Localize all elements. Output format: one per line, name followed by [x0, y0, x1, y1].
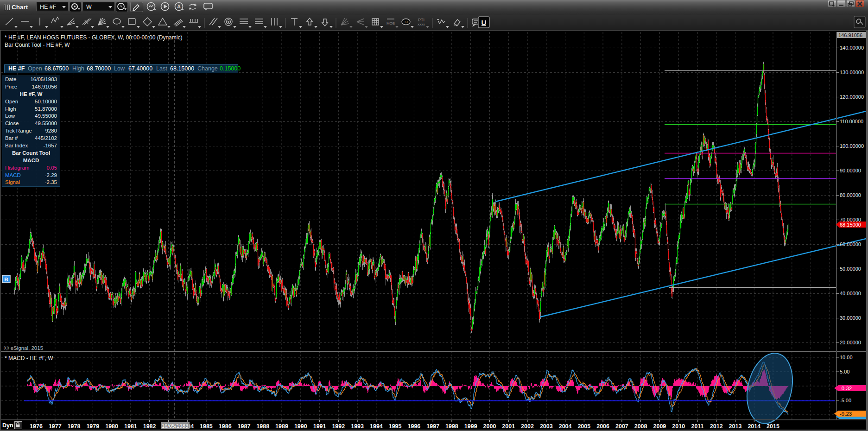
svg-text:2004: 2004	[559, 423, 572, 430]
svg-text:2013: 2013	[729, 423, 742, 430]
svg-text:1986: 1986	[219, 423, 232, 430]
svg-text:130.00000: 130.00000	[840, 70, 864, 75]
svg-text:2005: 2005	[577, 423, 590, 430]
svg-text:100.00000: 100.00000	[840, 143, 864, 149]
svg-text:60.00000: 60.00000	[840, 241, 861, 247]
svg-text:1982: 1982	[143, 423, 156, 430]
svg-text:2008: 2008	[634, 423, 647, 430]
svg-text:xxxx: xxxx	[418, 22, 425, 26]
svg-text:10.00: 10.00	[840, 355, 853, 360]
svg-text:1988: 1988	[256, 423, 269, 430]
svg-text:110.00000: 110.00000	[840, 119, 863, 124]
svg-text:1978: 1978	[68, 423, 81, 430]
svg-text:PTI: PTI	[418, 18, 424, 22]
svg-text:1985: 1985	[200, 423, 213, 430]
svg-text:120.00000: 120.00000	[840, 94, 864, 100]
svg-text:1989: 1989	[275, 423, 288, 430]
svg-text:1976: 1976	[30, 423, 43, 430]
svg-text:1996: 1996	[407, 423, 420, 430]
svg-text:1991: 1991	[313, 423, 326, 430]
svg-text:140.00000: 140.00000	[840, 45, 864, 51]
svg-text:B: B	[4, 277, 8, 282]
svg-text:1977: 1977	[49, 423, 62, 430]
svg-text:2014: 2014	[748, 423, 760, 430]
svg-text:2010: 2010	[672, 423, 685, 430]
svg-text:1992: 1992	[332, 423, 345, 430]
svg-text:1995: 1995	[389, 423, 402, 430]
svg-text:1999: 1999	[464, 423, 477, 430]
svg-text:1980: 1980	[105, 423, 118, 430]
svg-text:1979: 1979	[86, 423, 99, 430]
svg-text:2001: 2001	[502, 423, 515, 430]
svg-text:1993: 1993	[351, 423, 364, 430]
svg-text:1994: 1994	[370, 423, 383, 430]
svg-text:2003: 2003	[540, 423, 553, 430]
svg-text:1997: 1997	[426, 423, 439, 430]
svg-text:-9.23: -9.23	[840, 411, 852, 417]
svg-text:2007: 2007	[615, 423, 628, 430]
svg-text:40.00000: 40.00000	[840, 291, 861, 296]
svg-text:50.00000: 50.00000	[840, 266, 861, 272]
svg-text:MOB: MOB	[386, 21, 395, 25]
svg-text:146.91056: 146.91056	[838, 32, 862, 38]
svg-text:80.00000: 80.00000	[840, 192, 861, 198]
svg-text:2000: 2000	[483, 423, 496, 430]
svg-text:TJ: TJ	[404, 20, 408, 24]
svg-text:2011: 2011	[691, 423, 703, 430]
svg-text:20.00000: 20.00000	[840, 340, 861, 345]
svg-text:1998: 1998	[445, 423, 458, 430]
svg-text:2006: 2006	[596, 423, 609, 430]
svg-text:-5.00: -5.00	[840, 398, 851, 403]
svg-text:2012: 2012	[710, 423, 723, 430]
svg-text:68.15000: 68.15000	[840, 222, 861, 228]
svg-text:16/05/1983: 16/05/1983	[162, 423, 189, 429]
svg-text:2015: 2015	[767, 423, 779, 430]
svg-text:30.00000: 30.00000	[840, 315, 861, 321]
svg-text:90.00000: 90.00000	[840, 168, 861, 173]
svg-text:2002: 2002	[521, 423, 534, 430]
svg-text:-0.32: -0.32	[840, 386, 852, 391]
svg-text:A: A	[177, 4, 181, 9]
svg-text:1981: 1981	[124, 423, 137, 430]
svg-text:1990: 1990	[294, 423, 307, 430]
svg-text:2009: 2009	[653, 423, 666, 430]
svg-text:1987: 1987	[238, 423, 251, 430]
svg-text:5.00: 5.00	[840, 369, 849, 374]
